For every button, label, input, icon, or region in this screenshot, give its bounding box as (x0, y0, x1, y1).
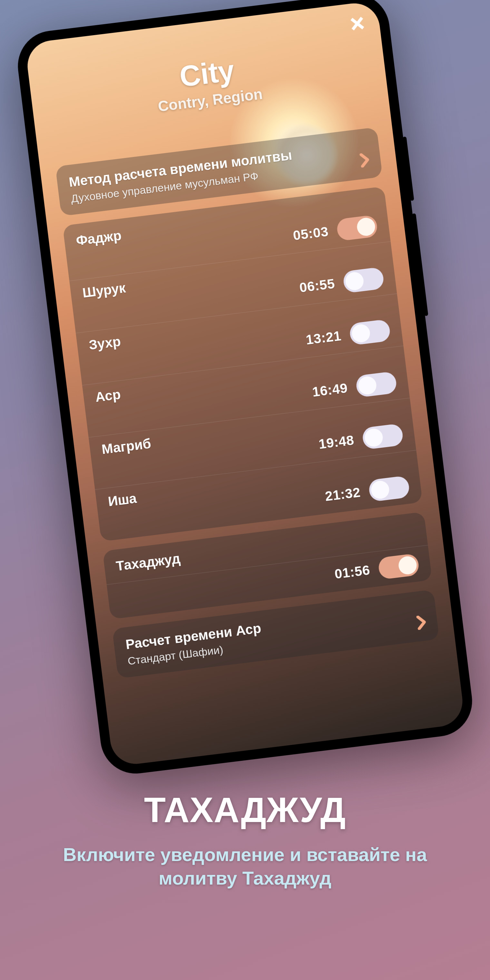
phone-body: City Contry, Region Метод расчета времен… (14, 0, 476, 778)
prayer-time: 01:56 (324, 562, 371, 583)
close-icon (347, 14, 367, 33)
chevron-right-icon (416, 615, 428, 631)
location-header: City Contry, Region (29, 36, 387, 130)
phone-side-button (402, 136, 414, 201)
app-screen: City Contry, Region Метод расчета времен… (24, 0, 465, 767)
phone-mockup: City Contry, Region Метод расчета времен… (14, 0, 476, 778)
promo-text: ТАХАДЖУД Включите уведомление и вставайт… (24, 789, 466, 890)
prayer-toggle[interactable] (362, 423, 404, 450)
prayer-toggle[interactable] (342, 267, 385, 294)
settings-stack: Метод расчета времени молитвы Духовное у… (56, 127, 440, 678)
prayer-toggle[interactable] (368, 476, 410, 502)
prayer-toggle[interactable] (336, 215, 378, 242)
phone-side-button (412, 213, 428, 316)
tahajjud-toggle[interactable] (377, 553, 420, 580)
promo-subtitle: Включите уведомление и вставайте на моли… (24, 843, 466, 890)
promo-title: ТАХАДЖУД (24, 789, 466, 830)
prayer-time: 16:49 (302, 380, 348, 401)
prayer-time: 05:03 (283, 224, 329, 245)
prayer-toggle[interactable] (349, 319, 391, 345)
prayer-time: 19:48 (308, 432, 355, 453)
close-button[interactable] (347, 14, 367, 33)
prayer-time: 21:32 (315, 485, 361, 506)
prayer-toggle[interactable] (355, 371, 398, 398)
prayer-time: 06:55 (289, 276, 336, 297)
prayer-time: 13:21 (295, 328, 342, 349)
chevron-right-icon (359, 153, 371, 169)
prayer-times-card: Фаджр 05:03 Шурук 06:55 Зухр 13:21 Аср 1… (62, 186, 423, 542)
